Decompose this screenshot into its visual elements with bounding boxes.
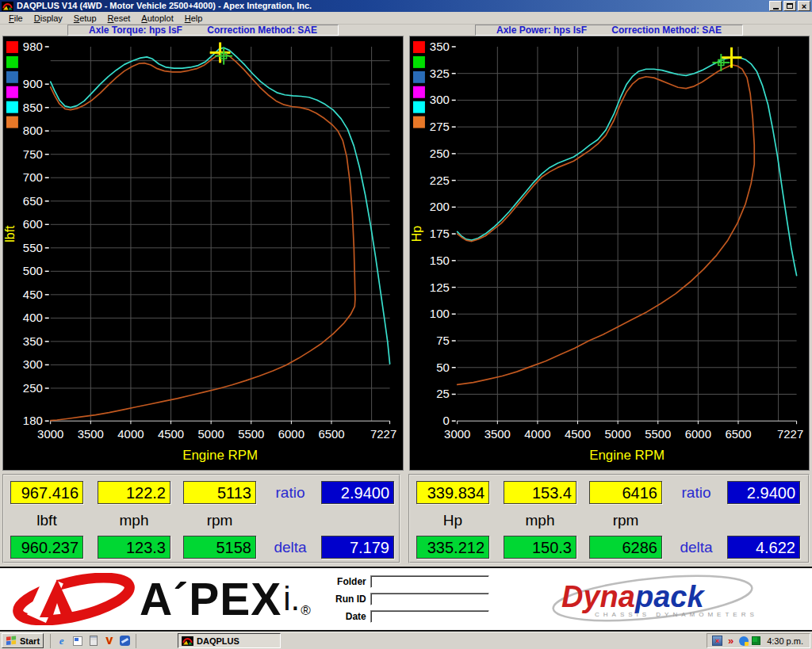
torque-cursor-value: 967.416 [10,481,83,504]
show-desktop-icon[interactable] [71,635,83,647]
legend-swatch-4[interactable] [412,101,424,113]
apex-logo: A´PEX i. ® [11,573,311,625]
y-tick-label: 450 [23,288,43,301]
legend-swatch-5[interactable] [6,116,18,128]
document-icon[interactable] [87,635,99,647]
footer-bar: A´PEX i. ® Folder Run ID Date Dynap [0,567,812,632]
taskbar: Start e V DAQPLUS × » 4:30 p.m. [0,632,812,649]
messenger-tray-icon[interactable] [739,636,749,646]
apex-wordmark: A´PEX [140,575,282,623]
menu-item-display[interactable]: Display [29,13,68,24]
windows-flag-icon [6,636,17,646]
power-measured-curve [457,65,754,385]
legend-swatch-5[interactable] [412,116,424,128]
power-unit-label: Hp [416,512,489,529]
torque-cursor-mph: 122.2 [98,481,170,504]
power-correction-method: Correction Method: SAE [611,25,722,36]
y-tick-label: 650 [23,194,43,208]
title-bar: DAQPLUS V14 (4WD - Motor Vehicle 2500+40… [0,0,812,12]
legend-swatch-3[interactable] [6,86,18,98]
y-tick-label: 980 [23,40,43,53]
y-tick-label: 25 [436,387,450,400]
restore-button[interactable] [783,1,796,11]
torque-cursor2-rpm: 5158 [183,536,256,559]
display-error-tray-icon[interactable]: × [712,636,722,646]
start-button[interactable]: Start [2,633,44,648]
power-ratio-label: ratio [668,484,724,502]
torque-corrected-curve [51,48,390,364]
folder-input[interactable] [370,575,489,588]
y-tick-label: 900 [23,77,43,90]
menu-item-autoplot[interactable]: Autoplot [136,13,178,24]
torque-measured-curve [51,53,355,420]
close-icon: × [802,2,806,10]
y-tick-label: 300 [429,93,449,106]
x-tick-label: 6000 [278,427,304,441]
y-tick-label: 550 [23,241,43,254]
clock[interactable]: 4:30 p.m. [767,636,803,646]
apex-registered-mark: ® [301,603,311,619]
x-tick-label: 3000 [37,427,63,441]
chevrons-tray-icon[interactable]: » [726,636,736,646]
dynapack-logo: Dynapack CHASSIS DYNAMOMETERS [549,574,756,624]
restore-icon [787,3,793,9]
y-tick-label: 800 [23,124,43,137]
y-tick-label: 350 [23,334,43,348]
dynapack-wordmark-red: Dyna [561,580,635,613]
torque-delta-label: delta [262,539,318,556]
legend-swatch-2[interactable] [6,71,18,83]
minimize-button[interactable] [769,1,782,11]
x-tick-label: 5500 [645,427,671,441]
x-axis-title: Engine RPM [182,448,258,463]
menu-item-file[interactable]: File [3,13,29,24]
x-tick-label: 4000 [117,427,144,441]
date-input[interactable] [370,610,489,623]
x-tick-label: 4000 [524,427,550,441]
power-corrected-curve [457,57,796,275]
legend-swatch-1[interactable] [6,56,18,68]
y-tick-label: 50 [436,361,450,374]
start-label: Start [20,636,40,646]
y-tick-label: 700 [23,170,43,184]
media-player-icon[interactable]: V [103,635,115,647]
chart-header-row: Axle Torque: hps IsF Correction Method: … [0,25,812,36]
power-chart-header: Axle Power: hps IsF Correction Method: S… [475,25,743,36]
x-tick-label: 5000 [604,427,630,441]
y-tick-label: 250 [23,381,43,395]
legend-swatch-0[interactable] [412,41,424,53]
torque-ratio-label: ratio [262,484,318,502]
taskbar-button-daqplus[interactable]: DAQPLUS [178,633,281,648]
power-ratio-value: 2.9400 [727,481,800,504]
legend-swatch-4[interactable] [6,101,18,113]
menu-item-setup[interactable]: Setup [68,13,102,24]
power-cursor2-mph: 150.3 [504,536,576,559]
app-icon [2,2,13,11]
legend-swatch-2[interactable] [412,71,424,83]
y-tick-label: 125 [429,281,449,294]
y-tick-label: 180 [23,414,43,427]
messenger-icon[interactable] [119,635,131,647]
close-button[interactable]: × [798,1,810,11]
run-id-input[interactable] [370,593,489,605]
y-tick-label: 750 [23,147,43,161]
run-id-label: Run ID [320,594,366,605]
legend-swatch-3[interactable] [412,86,424,98]
torque-cursor2-value: 960.237 [10,536,83,559]
menu-item-help[interactable]: Help [179,13,209,24]
dynapack-subtitle: CHASSIS DYNAMOMETERS [595,611,758,618]
power-chart-panel: 3503253002752502252001751501251007550250… [409,36,810,471]
legend-swatch-1[interactable] [412,56,424,68]
network-tray-icon[interactable] [752,636,760,645]
power-chart[interactable]: 3503253002752502252001751501251007550250… [410,36,810,470]
menu-item-reset[interactable]: Reset [102,13,136,24]
quick-launch: e V [50,634,136,648]
torque-chart[interactable]: 9809008508007507006506005505004504003503… [3,36,403,470]
power-chart-title: Axle Power: hps IsF [496,25,587,36]
x-tick-label: 6000 [684,427,710,441]
window-title: DAQPLUS V14 (4WD - Motor Vehicle 2500+40… [17,1,312,11]
dynapack-wordmark-blue: pack [635,580,704,613]
power-readout-panel: 339.834 153.4 6416 ratio 2.9400 Hp mph r… [408,474,810,563]
internet-explorer-icon[interactable]: e [56,635,67,647]
y-tick-label: 0 [442,414,449,427]
legend-swatch-0[interactable] [6,41,18,53]
